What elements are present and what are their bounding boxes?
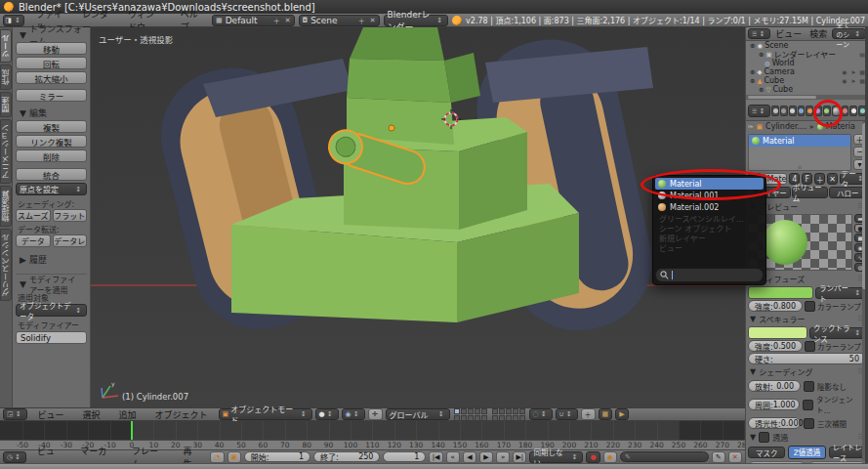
layer-toggle[interactable] [461,415,467,421]
menu-object[interactable]: オブジェクト [147,408,216,421]
popup-item-material[interactable]: Material [655,178,764,190]
visibility-eye-icon[interactable]: ◉ [842,77,847,84]
pivot-dropdown[interactable]: ◉↕ [342,408,365,420]
raytrace-mode-tab[interactable]: レイトレース [829,447,866,458]
diffuse-intensity-field[interactable]: 強度:0.800 [748,300,803,312]
texture-tab-icon[interactable] [842,106,849,116]
expand-icon[interactable]: ⊕ [750,42,755,50]
layer-toggle[interactable] [519,408,525,414]
hardness-field[interactable]: 硬さ:50 [748,353,866,364]
unlink-material-button[interactable]: ✕ [827,173,838,185]
panel-transform-header[interactable]: ▼トランスフォーム [16,28,87,41]
current-frame-field[interactable]: 1 [383,451,426,462]
menu-select[interactable]: 選択 [75,408,108,421]
expand-icon[interactable]: ⊕ [759,86,764,94]
tangent-checkbox[interactable] [803,400,813,410]
orientation-dropdown[interactable]: グローバル↕ [386,408,450,420]
layer-toggle[interactable] [499,408,505,414]
join-button[interactable]: 統合 [16,168,87,181]
layers-grid-2[interactable] [492,408,525,421]
selectability-icon[interactable]: ➤ [850,68,856,75]
outliner-menu-view[interactable]: ビュー [772,27,805,40]
shade-smooth-button[interactable]: スムーズ [16,209,51,222]
tab-create[interactable]: 作成 [0,64,12,90]
render-layers-tab-icon[interactable] [780,106,788,116]
ztransparency-mode-tab[interactable]: Z値透過 [788,446,825,459]
layout-close-icon[interactable]: ✕ [285,17,291,24]
next-keyframe-button[interactable]: » [496,451,510,463]
render-opengl-button[interactable]: ▦ [599,408,613,420]
scale-button[interactable]: 拡大縮小 [16,71,87,84]
panel-apply-modifier-header[interactable]: ▼モディファイアーを適用 [16,274,87,290]
layers-grid-1[interactable] [454,408,487,421]
duplicate-linked-button[interactable]: リンク複製 [16,135,87,148]
ambient-field[interactable]: 周囲:1.000 [748,399,800,410]
layer-toggle[interactable] [492,408,498,414]
modifiers-tab-icon[interactable] [814,106,822,116]
prev-keyframe-button[interactable]: « [446,451,460,463]
layer-toggle[interactable] [506,415,512,421]
tab-physics[interactable]: 物理演算 [0,186,12,227]
play-button[interactable]: ▶ [479,451,493,463]
outliner-row-renderlayer[interactable]: ⊕▣レンダーレイヤー▤ [746,50,868,59]
layer-toggle[interactable] [513,415,518,421]
expand-icon[interactable]: ⊕ [750,77,755,85]
sync-dropdown[interactable]: 同期しない↕ [529,451,583,463]
set-origin-dropdown[interactable]: 原点を設定↕ [16,183,87,195]
layer-toggle[interactable] [513,408,518,414]
diffuse-ramp-checkbox[interactable] [805,301,815,312]
current-frame-marker[interactable] [131,421,133,440]
mode-dropdown[interactable]: ▣オブジェクトモード↕ [219,408,312,420]
layer-toggle[interactable] [454,408,460,414]
layer-toggle[interactable] [519,415,525,421]
data-tab-icon[interactable] [823,106,831,116]
specular-ramp-checkbox[interactable] [805,341,815,352]
panel-edit-header[interactable]: ▼編集 [16,107,87,119]
delete-keyframe-button[interactable]: ✕ [728,451,742,463]
layer-toggle[interactable] [475,408,480,414]
cubic-checkbox[interactable] [804,418,814,429]
menu-add[interactable]: 追加 [111,408,145,421]
panel-history-header[interactable]: ▶履歴 [16,253,87,266]
delete-button[interactable]: 削除 [16,149,87,162]
layer-toggle[interactable] [461,408,467,414]
particles-tab-icon[interactable] [849,106,857,116]
editor-type-timeline-button[interactable]: ◷↕ [3,451,26,463]
layout-add-icon[interactable]: ＋ [273,16,282,25]
viewport-canvas[interactable] [91,27,745,407]
tab-animation[interactable]: アニメーション [0,119,12,184]
data-layout-button[interactable]: データレ [53,234,88,247]
tab-tools[interactable]: ツール [0,29,12,63]
tab-grease-pencil[interactable]: グリースペンシル [0,229,12,301]
translucency-field[interactable]: 透光性:0.000 [748,417,801,429]
volume-tab[interactable]: ボリューム [792,187,829,198]
apply-target-dropdown[interactable]: オブジェクトデータ↕ [16,304,87,317]
translate-button[interactable]: 移動 [16,42,87,55]
proportional-edit-dropdown[interactable]: ◌↕ [529,408,553,420]
material-tab-icon[interactable] [832,106,841,116]
timeline-canvas[interactable] [0,421,745,440]
outliner-filter-dropdown[interactable]: 全てのシーン↕ [832,28,866,39]
layer-toggle[interactable] [454,415,460,421]
editor-type-properties-button[interactable]: ☰↕ [748,105,770,117]
shadeless-checkbox[interactable] [804,381,814,392]
preview-range-toggle[interactable]: ◔ [210,451,224,463]
duplicate-button[interactable]: 複製 [16,120,87,133]
render-opengl-anim-button[interactable]: ▶ [615,408,628,420]
keying-options-button[interactable]: ◆ [603,451,617,463]
outliner-row-world[interactable]: ◍World [746,59,868,67]
screen-layout-selector[interactable]: ▦ Default ＋ ✕ [212,15,295,26]
menu-view[interactable]: ビュー [30,408,72,421]
emit-field[interactable]: 放射:0.00 [748,380,801,392]
render-tab-icon[interactable] [771,106,779,116]
object-tab-icon[interactable] [806,106,813,116]
render-engine-selector[interactable]: Blenderレンダー ↕ [384,15,449,26]
scene-selector[interactable]: ◘ Scene ＋ ✕ [299,15,380,26]
material-name-field[interactable]: Mate [764,173,788,185]
popup-item-material-002[interactable]: Material.002 [655,201,764,213]
editor-type-info-button[interactable]: ◨↕ [3,15,24,26]
diffuse-shader-dropdown[interactable]: ランバート↕ [815,287,866,299]
outliner-hscrollbar[interactable] [746,95,868,100]
jump-to-start-button[interactable]: |◀ [429,451,442,463]
manipulator-toggle[interactable]: ✛ [368,408,383,420]
